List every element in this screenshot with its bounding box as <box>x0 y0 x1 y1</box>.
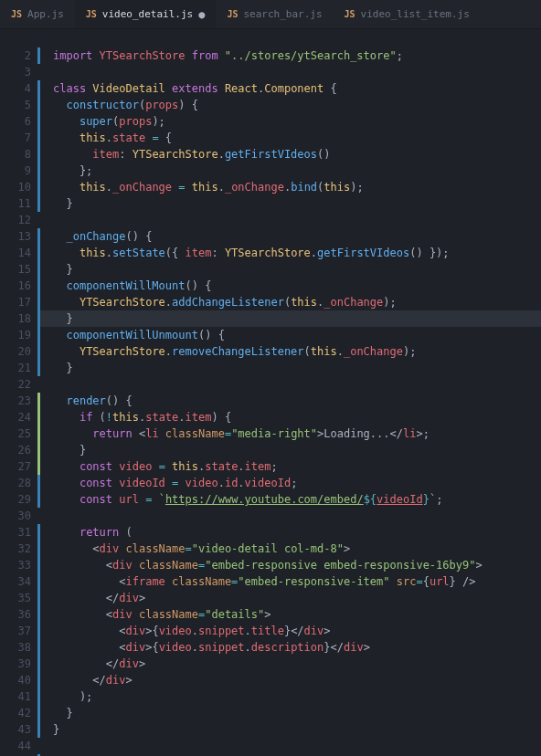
code-line[interactable]: } <box>53 705 541 721</box>
line-number[interactable]: 36 <box>5 606 40 623</box>
code-line[interactable] <box>53 212 541 228</box>
tab-video-list-item-js[interactable]: JS video_list_item.js <box>334 0 481 28</box>
line-number[interactable]: 20 <box>5 343 40 360</box>
code-line[interactable]: <div className="embed-responsive embed-r… <box>53 557 541 573</box>
code-line[interactable]: } <box>53 261 541 278</box>
code-line[interactable]: return <li className="media-right">Loadi… <box>53 425 541 442</box>
code-line[interactable]: </div> <box>53 590 541 606</box>
line-number[interactable]: 9 <box>5 163 40 179</box>
line-number[interactable]: 8 <box>5 146 40 163</box>
code-line[interactable]: this.state = { <box>53 130 541 146</box>
line-number[interactable]: 39 <box>5 656 40 672</box>
tab-label: App.js <box>27 8 64 20</box>
js-icon: JS <box>345 9 355 19</box>
code-line[interactable] <box>53 31 541 47</box>
code-line[interactable]: const url = `https://www.youtube.com/emb… <box>53 491 541 508</box>
code-line[interactable] <box>53 64 541 80</box>
line-number[interactable]: 34 <box>5 573 40 590</box>
line-number[interactable]: 7 <box>5 130 40 146</box>
code-line[interactable]: ); <box>53 688 541 705</box>
line-number[interactable]: 27 <box>5 458 40 475</box>
line-number[interactable]: 30 <box>5 508 40 524</box>
code-line[interactable] <box>53 508 541 524</box>
line-number[interactable]: 18 <box>5 310 40 327</box>
line-number[interactable]: 12 <box>5 212 40 228</box>
line-number[interactable]: 14 <box>5 245 40 261</box>
line-number[interactable]: 33 <box>5 557 40 573</box>
code-line[interactable]: import YTSearchStore from "../stores/ytS… <box>53 47 541 64</box>
code-line[interactable]: const videoId = video.id.videoId; <box>53 475 541 491</box>
js-icon: JS <box>86 9 97 19</box>
code-line[interactable]: const video = this.state.item; <box>53 458 541 475</box>
line-number[interactable] <box>5 31 40 47</box>
line-number[interactable]: 31 <box>5 524 40 541</box>
code-line[interactable]: <div>{video.snippet.title}</div> <box>53 623 541 639</box>
line-number[interactable]: 15 <box>5 261 40 278</box>
line-number[interactable]: 2 <box>5 47 40 64</box>
code-line[interactable]: this.setState({ item: YTSearchStore.getF… <box>53 245 541 261</box>
code-line[interactable]: <iframe className="embed-responsive-item… <box>53 573 541 590</box>
line-number[interactable]: 37 <box>5 623 40 639</box>
code-line[interactable]: } <box>53 442 541 458</box>
code-line[interactable]: </div> <box>53 656 541 672</box>
code-line[interactable]: } <box>53 721 541 738</box>
line-number[interactable]: 35 <box>5 590 40 606</box>
code-line[interactable]: class VideoDetail extends React.Componen… <box>53 80 541 97</box>
line-number[interactable]: 24 <box>5 409 40 425</box>
code-line[interactable]: componentWillUnmount() { <box>53 327 541 343</box>
tab-video-detail-js[interactable]: JS video_detail.js ● <box>75 0 217 28</box>
code-line[interactable]: <div className="video-detail col-md-8"> <box>53 541 541 557</box>
code-line[interactable]: constructor(props) { <box>53 97 541 113</box>
code-line[interactable] <box>53 376 541 393</box>
line-number[interactable]: 10 <box>5 179 40 195</box>
line-number[interactable]: 41 <box>5 688 40 705</box>
tab-bar: JS App.js JS video_detail.js ● JS search… <box>0 0 541 29</box>
line-number[interactable]: 42 <box>5 705 40 721</box>
line-number[interactable]: 29 <box>5 491 40 508</box>
code-line[interactable]: }; <box>53 163 541 179</box>
code-line[interactable]: _onChange() { <box>53 228 541 245</box>
tab-search-bar-js[interactable]: JS search_bar.js <box>216 0 333 28</box>
code-line[interactable]: render() { <box>53 393 541 409</box>
line-number[interactable]: 26 <box>5 442 40 458</box>
line-number[interactable]: 19 <box>5 327 40 343</box>
code-line[interactable]: super(props); <box>53 113 541 130</box>
line-number-gutter[interactable]: 2345678910111213141516171819202122232425… <box>5 29 40 756</box>
code-line[interactable]: this._onChange = this._onChange.bind(thi… <box>53 179 541 195</box>
line-number[interactable]: 21 <box>5 360 40 376</box>
code-line[interactable]: <div className="details"> <box>53 606 541 623</box>
line-number[interactable]: 25 <box>5 425 40 442</box>
code-line[interactable]: if (!this.state.item) { <box>53 409 541 425</box>
tab-app-js[interactable]: JS App.js <box>0 0 75 28</box>
code-line[interactable]: } <box>40 310 541 327</box>
line-number[interactable]: 44 <box>5 738 40 754</box>
line-number[interactable]: 17 <box>5 294 40 310</box>
line-number[interactable]: 16 <box>5 278 40 294</box>
line-number[interactable]: 43 <box>5 721 40 738</box>
line-number[interactable]: 40 <box>5 672 40 688</box>
code-line[interactable]: <div>{video.snippet.description}</div> <box>53 639 541 656</box>
line-number[interactable]: 22 <box>5 376 40 393</box>
line-number[interactable]: 11 <box>5 195 40 212</box>
line-number[interactable]: 6 <box>5 113 40 130</box>
code-line[interactable]: </div> <box>53 672 541 688</box>
tab-label: video_list_item.js <box>361 8 470 20</box>
code-line[interactable]: YTSearchStore.addChangeListener(this._on… <box>53 294 541 310</box>
line-number[interactable]: 28 <box>5 475 40 491</box>
line-number[interactable]: 32 <box>5 541 40 557</box>
code-line[interactable] <box>53 738 541 754</box>
line-number[interactable]: 23 <box>5 393 40 409</box>
code-area[interactable]: import YTSearchStore from "../stores/ytS… <box>40 29 541 756</box>
line-number[interactable]: 3 <box>5 64 40 80</box>
line-number[interactable]: 38 <box>5 639 40 656</box>
line-number[interactable]: 5 <box>5 97 40 113</box>
code-line[interactable]: } <box>53 360 541 376</box>
line-number[interactable]: 13 <box>5 228 40 245</box>
code-line[interactable]: item: YTSearchStore.getFirstVIdeos() <box>53 146 541 163</box>
code-line[interactable]: } <box>53 195 541 212</box>
dirty-indicator-icon: ● <box>198 8 205 21</box>
code-line[interactable]: return ( <box>53 524 541 541</box>
code-line[interactable]: componentWillMount() { <box>53 278 541 294</box>
code-line[interactable]: YTSearchStore.removeChangeListener(this.… <box>53 343 541 360</box>
line-number[interactable]: 4 <box>5 80 40 97</box>
